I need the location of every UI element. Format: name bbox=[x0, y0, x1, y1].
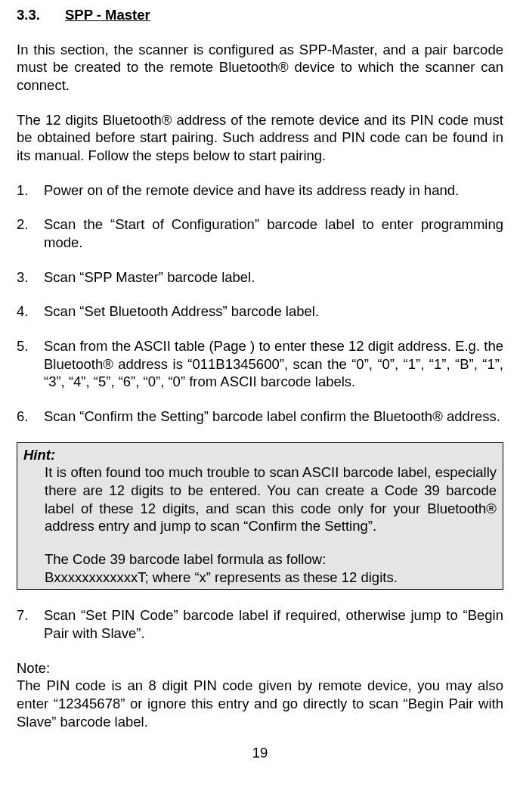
step-number: 6. bbox=[17, 408, 44, 426]
section-number: 3.3. bbox=[17, 7, 40, 23]
list-item: 7. Scan “Set PIN Code” barcode label if … bbox=[17, 606, 503, 642]
list-item: 1. Power on of the remote device and hav… bbox=[17, 181, 503, 200]
step-number: 3. bbox=[17, 268, 44, 287]
hint-body-2: The Code 39 barcode label formula as fol… bbox=[23, 550, 497, 586]
hint-title: Hint: bbox=[23, 446, 497, 464]
step-text: Scan from the ASCII table (Page ) to ent… bbox=[44, 337, 503, 391]
list-item: 3. Scan “SPP Master” barcode label. bbox=[17, 268, 503, 287]
step-text: Scan “Confirm the Setting” barcode label… bbox=[44, 408, 503, 426]
section-title: SPP - Master bbox=[65, 7, 150, 23]
page-content: 3.3. SPP - Master In this section, the s… bbox=[0, 0, 520, 762]
list-item: 6. Scan “Confirm the Setting” barcode la… bbox=[17, 408, 503, 426]
step-number: 1. bbox=[17, 181, 44, 200]
intro-paragraph-1: In this section, the scanner is configur… bbox=[17, 41, 503, 95]
list-item: 5. Scan from the ASCII table (Page ) to … bbox=[17, 337, 503, 391]
hint-body-1: It is often found too much trouble to sc… bbox=[23, 463, 497, 535]
intro-paragraph-2: The 12 digits Bluetooth® address of the … bbox=[17, 111, 503, 165]
step-text: Scan “Set PIN Code” barcode label if req… bbox=[44, 606, 503, 642]
step-number: 2. bbox=[17, 215, 44, 251]
page-number: 19 bbox=[17, 744, 503, 762]
list-item: 4. Scan “Set Bluetooth Address” barcode … bbox=[17, 302, 503, 321]
step-text: Scan “Set Bluetooth Address” barcode lab… bbox=[44, 302, 503, 321]
hint-box: Hint: It is often found too much trouble… bbox=[17, 442, 503, 590]
list-item: 2. Scan the “Start of Configuration” bar… bbox=[17, 215, 503, 251]
hint-formula-intro: The Code 39 barcode label formula as fol… bbox=[45, 550, 497, 569]
step-text: Power on of the remote device and have i… bbox=[44, 181, 503, 200]
hint-formula: BxxxxxxxxxxxxT; where “x” represents as … bbox=[45, 569, 497, 587]
step-number: 5. bbox=[17, 337, 44, 391]
step-number: 4. bbox=[17, 302, 44, 321]
step-text: Scan “SPP Master” barcode label. bbox=[44, 268, 503, 287]
step-text: Scan the “Start of Configuration” barcod… bbox=[44, 215, 503, 251]
section-heading: 3.3. SPP - Master bbox=[17, 6, 503, 24]
step-number: 7. bbox=[17, 606, 44, 642]
note-text: The PIN code is an 8 digit PIN code give… bbox=[17, 677, 503, 730]
note-label: Note: bbox=[17, 659, 503, 677]
